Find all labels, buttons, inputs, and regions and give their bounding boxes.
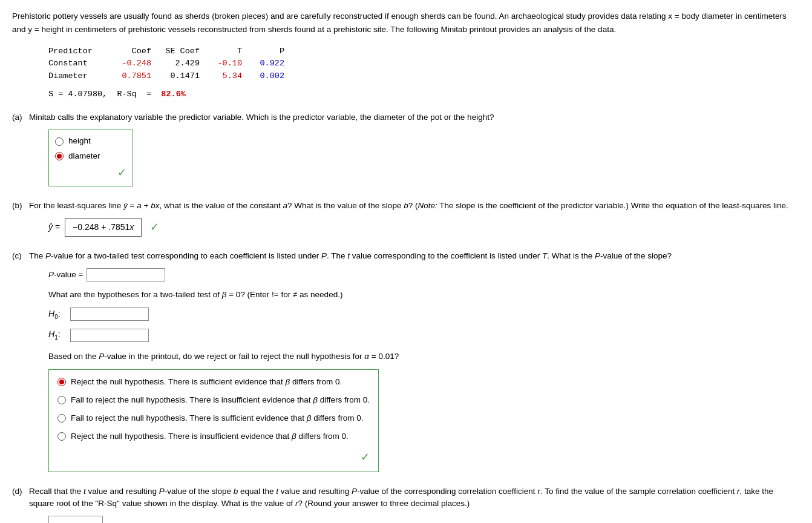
table-row-constant: Constant -0.248 2.429 -0.10 0.922: [48, 58, 800, 70]
diameter-coef: 0.7851: [103, 70, 151, 82]
rsq-line: S = 4.07980, R-Sq = 82.6%: [48, 88, 800, 100]
constant-p: 0.922: [242, 58, 284, 70]
question-a-text: Minitab calls the explanatory variable t…: [29, 111, 494, 123]
question-a-label: (a) Minitab calls the explanatory variab…: [12, 111, 800, 123]
question-a-block: (a) Minitab calls the explanatory variab…: [12, 111, 800, 186]
checkmark-b: ✓: [150, 219, 159, 235]
question-c-block: (c) The P-value for a two-tailed test co…: [12, 250, 800, 472]
question-c-letter: (c): [12, 250, 24, 262]
option-reject-insufficient-label: Reject the null hypothesis. There is ins…: [71, 430, 349, 442]
diameter-t: 5.34: [200, 70, 242, 82]
pvalue-input[interactable]: [87, 268, 165, 281]
yhat-prefix: ŷ =: [48, 221, 60, 234]
option-fail-insufficient[interactable]: Fail to reject the null hypothesis. Ther…: [57, 394, 370, 406]
minitab-table: Predictor Coef SE Coef T P Constant -0.2…: [48, 45, 800, 82]
question-b-label: (b) For the least-squares line ŷ = a + b…: [12, 200, 800, 212]
pvalue-line: P-value =: [48, 268, 800, 281]
h0-label: H0:: [48, 308, 65, 321]
constant-t: -0.10: [200, 58, 242, 70]
question-d-letter: (d): [12, 485, 24, 498]
table-header: Predictor Coef SE Coef T P: [48, 45, 800, 58]
h0-line: H0:: [48, 308, 800, 321]
col-secoef-header: SE Coef: [151, 45, 200, 58]
diameter-secoef: 0.1471: [151, 70, 200, 82]
intro-paragraph: Prehistoric pottery vessels are usually …: [12, 10, 800, 36]
col-predictor-header: Predictor: [48, 45, 103, 58]
option-reject-sufficient[interactable]: Reject the null hypothesis. There is suf…: [57, 376, 370, 388]
question-b-block: (b) For the least-squares line ŷ = a + b…: [12, 200, 800, 237]
col-t-header: T: [200, 45, 242, 58]
h1-line: H1:: [48, 328, 800, 342]
pvalue-prefix: P-value =: [48, 269, 83, 281]
table-row-diameter: Diameter 0.7851 0.1471 5.34 0.002: [48, 70, 800, 82]
option-diameter-label: diameter: [68, 150, 100, 162]
question-d-label: (d) Recall that the t value and resultin…: [12, 485, 800, 510]
equation-line: ŷ = −0.248 + .7851x ✓: [48, 218, 800, 237]
diameter-p: 0.002: [242, 70, 284, 82]
reject-radio-group: Reject the null hypothesis. There is suf…: [57, 376, 370, 446]
option-diameter[interactable]: diameter: [55, 150, 126, 162]
option-height-label: height: [68, 135, 91, 147]
checkmark-a: ✓: [117, 166, 126, 179]
hypotheses-question: What are the hypotheses for a two-tailed…: [48, 289, 800, 301]
question-c-label: (c) The P-value for a two-tailed test co…: [12, 250, 800, 262]
r-value-input[interactable]: [48, 516, 103, 523]
constant-secoef: 2.429: [151, 58, 200, 70]
radio-height[interactable]: [55, 137, 64, 146]
question-b-letter: (b): [12, 200, 24, 212]
question-c-text: The P-value for a two-tailed test corres…: [29, 250, 672, 262]
option-fail-insufficient-label: Fail to reject the null hypothesis. Ther…: [71, 394, 370, 406]
h1-input[interactable]: [70, 329, 149, 342]
option-reject-sufficient-label: Reject the null hypothesis. There is suf…: [71, 376, 342, 388]
question-a-answer-box: height diameter ✓: [48, 130, 133, 186]
reject-question: Based on the P-value in the printout, do…: [48, 350, 800, 363]
radio-diameter[interactable]: [55, 152, 64, 160]
reject-options-box: Reject the null hypothesis. There is suf…: [48, 369, 379, 472]
h0-input[interactable]: [70, 308, 149, 321]
question-a-letter: (a): [12, 111, 24, 123]
question-b-text: For the least-squares line ŷ = a + bx, w…: [29, 200, 788, 212]
diameter-label: Diameter: [48, 70, 103, 82]
col-p-header: P: [242, 45, 284, 58]
rsq-value: 82.6%: [161, 90, 186, 99]
question-d-block: (d) Recall that the t value and resultin…: [12, 485, 800, 523]
question-a-radio-group: height diameter: [55, 135, 126, 162]
hypothesis-block: H0: H1:: [48, 308, 800, 343]
checkmark-c: ✓: [361, 451, 370, 463]
radio-reject-insufficient[interactable]: [57, 432, 66, 441]
question-d-text: Recall that the t value and resulting P-…: [29, 485, 800, 510]
constant-label: Constant: [48, 58, 103, 70]
option-reject-insufficient[interactable]: Reject the null hypothesis. There is ins…: [57, 430, 370, 442]
radio-reject-sufficient[interactable]: [57, 378, 66, 386]
radio-fail-insufficient[interactable]: [57, 396, 66, 404]
option-fail-sufficient-label: Fail to reject the null hypothesis. Ther…: [71, 412, 363, 424]
h1-label: H1:: [48, 328, 65, 342]
option-height[interactable]: height: [55, 135, 126, 147]
equation-answer: −0.248 + .7851x: [73, 222, 134, 232]
col-coef-header: Coef: [103, 45, 151, 58]
constant-coef: -0.248: [103, 58, 151, 70]
option-fail-sufficient[interactable]: Fail to reject the null hypothesis. Ther…: [57, 412, 370, 424]
radio-fail-sufficient[interactable]: [57, 414, 66, 423]
equation-answer-box[interactable]: −0.248 + .7851x: [65, 218, 142, 237]
